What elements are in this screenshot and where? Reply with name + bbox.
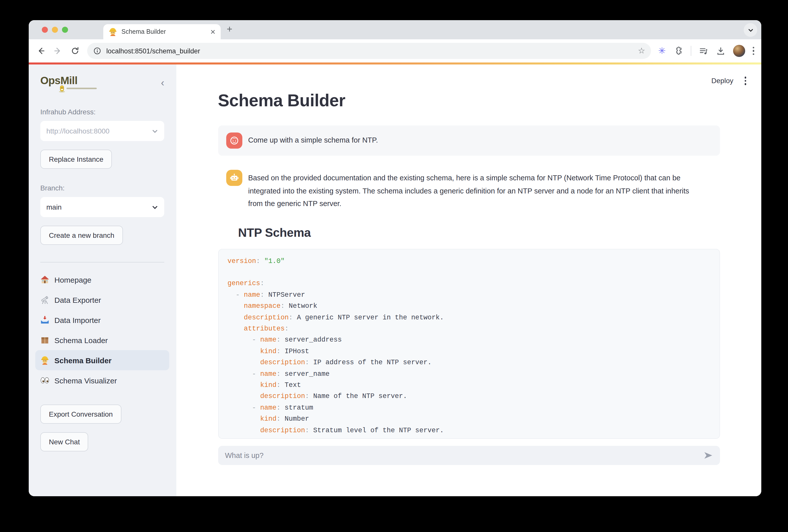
code-token: attributes <box>244 325 285 333</box>
url-bar[interactable]: localhost:8501/schema_builder ☆ <box>87 43 651 59</box>
sidebar-item-schema-loader[interactable]: Schema Loader <box>35 330 169 350</box>
code-token: A generic NTP server in the network. <box>293 314 444 321</box>
sidebar-collapse-icon[interactable]: ‹ <box>161 78 164 88</box>
code-token: Text <box>281 381 301 389</box>
opsmill-logo: OpsMill ‹ <box>40 75 164 95</box>
new-tab-button[interactable]: + <box>227 24 232 35</box>
code-line: generics: <box>228 278 710 290</box>
app-menu-kebab-icon[interactable] <box>744 77 746 85</box>
replace-instance-button[interactable]: Replace Instance <box>40 150 112 169</box>
yaml-code-block[interactable]: version: "1.0" generics: - name: NTPServ… <box>218 249 720 438</box>
code-token: IPHost <box>281 348 309 355</box>
code-token: Network <box>285 302 317 310</box>
code-token <box>228 359 260 366</box>
code-token: Name of the NTP server. <box>309 393 407 400</box>
sidebar-item-data-importer[interactable]: Data Importer <box>35 310 169 330</box>
chevron-down-icon <box>747 27 753 33</box>
code-token <box>228 314 244 321</box>
sidebar-item-label: Schema Visualizer <box>54 376 117 385</box>
schema-section-heading: NTP Schema <box>238 225 720 239</box>
code-token: : <box>281 302 285 310</box>
screenshot-root: Schema Builder ✕ + localhost:8501/schema… <box>0 0 788 532</box>
code-token: description <box>244 314 289 321</box>
code-token: : <box>260 291 264 298</box>
tab-favicon-construction-worker-icon <box>108 27 117 36</box>
zoom-window-button[interactable] <box>62 27 68 33</box>
new-chat-button[interactable]: New Chat <box>40 432 88 451</box>
sidebar-item-label: Data Importer <box>54 316 100 324</box>
code-token: : <box>305 393 309 400</box>
reload-button[interactable] <box>70 46 80 56</box>
deploy-button[interactable]: Deploy <box>711 77 733 85</box>
branch-label: Branch: <box>40 184 164 192</box>
code-token: Stratum level of the NTP server. <box>309 427 444 434</box>
back-button[interactable] <box>36 46 46 56</box>
code-token <box>228 393 260 400</box>
home-icon <box>40 275 50 284</box>
code-line: - name: server_address <box>228 335 710 346</box>
code-token <box>228 348 260 355</box>
reload-icon <box>71 46 80 55</box>
assistant-robot-icon <box>226 170 242 186</box>
macos-traffic-lights <box>42 27 68 33</box>
eyes-icon <box>40 376 50 385</box>
code-token: : <box>276 404 280 412</box>
sidebar-item-schema-builder[interactable]: Schema Builder <box>35 350 169 370</box>
opsmill-logo-tagline <box>66 88 97 89</box>
browser-menu-kebab-icon[interactable] <box>752 47 754 55</box>
code-token: : <box>276 336 280 344</box>
site-info-icon[interactable] <box>93 47 101 55</box>
inbox-tray-icon <box>40 315 50 324</box>
tab-close-icon[interactable]: ✕ <box>210 28 216 35</box>
export-conversation-button[interactable]: Export Conversation <box>40 405 121 424</box>
browser-tab[interactable]: Schema Builder ✕ <box>103 24 221 39</box>
code-line: namespace: Network <box>228 301 710 312</box>
extensions-puzzle-icon[interactable] <box>673 46 683 56</box>
sidebar-item-homepage[interactable]: Homepage <box>35 270 169 290</box>
code-line: - name: NTPServer <box>228 290 710 301</box>
branch-select[interactable]: main <box>40 197 164 217</box>
infrahub-address-select[interactable]: http://localhost:8000 <box>40 121 164 141</box>
browser-window: Schema Builder ✕ + localhost:8501/schema… <box>29 20 761 496</box>
code-line: - name: server_name <box>228 369 710 380</box>
page-title: Schema Builder <box>218 91 720 110</box>
code-line: version: "1.0" <box>228 256 710 267</box>
close-window-button[interactable] <box>42 27 48 33</box>
media-playlist-icon[interactable] <box>698 46 708 56</box>
send-message-button[interactable] <box>703 450 713 462</box>
infrahub-address-value: http://localhost:8000 <box>46 127 110 135</box>
code-token <box>228 336 252 344</box>
forward-button[interactable] <box>53 46 63 56</box>
send-icon <box>703 450 713 460</box>
code-token: : <box>276 348 280 355</box>
code-line: kind: Number <box>228 414 710 425</box>
assistant-message-text: Based on the provided documentation and … <box>248 170 703 210</box>
url-text[interactable]: localhost:8501/schema_builder <box>106 47 633 55</box>
construction-worker-icon <box>40 356 50 365</box>
minimize-window-button[interactable] <box>52 27 58 33</box>
code-token: : <box>305 359 309 366</box>
toolbar-separator <box>690 46 691 56</box>
code-token: name <box>244 291 260 298</box>
extension-asterisk-icon[interactable]: ✳ <box>658 46 666 55</box>
code-line: description: IP address of the NTP serve… <box>228 357 710 369</box>
sidebar-item-label: Schema Builder <box>54 356 112 364</box>
create-branch-button[interactable]: Create a new branch <box>40 226 123 245</box>
code-line: kind: IPHost <box>228 346 710 357</box>
code-token: - <box>252 336 260 344</box>
sidebar-item-data-exporter[interactable]: Data Exporter <box>35 290 169 310</box>
chevron-down-icon <box>152 204 158 210</box>
code-token: : <box>260 280 264 288</box>
downloads-icon[interactable] <box>716 46 725 56</box>
code-token: : <box>256 257 260 265</box>
code-token: description <box>260 427 305 434</box>
forward-arrow-icon <box>54 46 62 55</box>
tab-title: Schema Builder <box>121 28 206 35</box>
chat-input[interactable]: What is up? <box>218 446 720 465</box>
code-token: version <box>228 257 256 265</box>
profile-avatar[interactable] <box>733 45 745 57</box>
tab-search-chevron-button[interactable] <box>744 23 757 37</box>
sidebar-item-label: Data Exporter <box>54 295 101 304</box>
sidebar-item-schema-visualizer[interactable]: Schema Visualizer <box>35 370 169 390</box>
bookmark-star-icon[interactable]: ☆ <box>638 47 645 55</box>
